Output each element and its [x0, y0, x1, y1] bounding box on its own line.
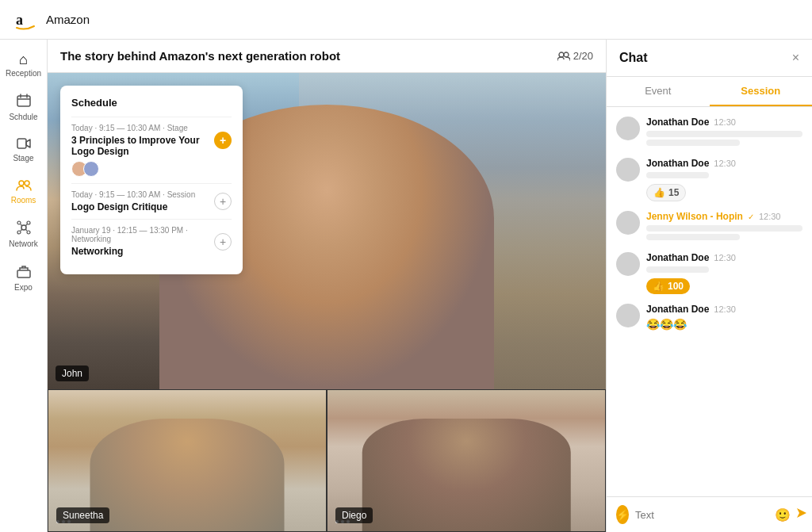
- svg-line-13: [21, 229, 22, 231]
- schedule-add-button-0[interactable]: +: [214, 132, 232, 149]
- schedule-item-0: Today · 9:15 — 10:30 AM · Stage 3 Princi…: [71, 117, 232, 183]
- emoji-picker-button[interactable]: 🙂: [775, 507, 791, 522]
- tab-event[interactable]: Event: [607, 77, 710, 106]
- chat-messages: Jonathan Doe 12:30 Jonathan Doe 12:30: [607, 107, 812, 496]
- chat-msg-line-short: [646, 234, 740, 240]
- schedule-item-name-1: Logo Design Critique: [71, 201, 195, 212]
- schedule-item-name-2: Networking: [71, 246, 214, 257]
- schedule-overlay: Schedule Today · 9:15 — 10:30 AM · Stage…: [60, 86, 243, 274]
- svg-point-8: [27, 221, 30, 224]
- svg-rect-3: [17, 139, 26, 148]
- chat-msg-name-jenny: Jenny Wilson - Hopin: [646, 211, 743, 222]
- video-main-name-badge: John: [56, 366, 89, 381]
- amazon-logo-icon: a: [13, 7, 38, 33]
- chat-msg-time-jenny: 12:30: [759, 212, 781, 221]
- chat-msg-content-2: Jonathan Doe 12:30 👍 100: [646, 252, 802, 294]
- schedule-item-1: Today · 9:15 — 10:30 AM · Session Logo D…: [71, 183, 232, 219]
- emoji-row: 😂😂😂: [646, 318, 802, 331]
- participants-count: 2/20: [573, 50, 593, 62]
- schedule-item-meta-0: Today · 9:15 — 10:30 AM · Stage: [71, 124, 214, 132]
- sidebar-item-label: Expo: [14, 283, 33, 292]
- svg-point-16: [559, 52, 564, 57]
- avatar-1: [83, 161, 99, 177]
- chat-msg-content-1: Jonathan Doe 12:30 👍 15: [646, 158, 802, 201]
- video-tile-name-0: Suneetha: [56, 507, 109, 523]
- svg-rect-2: [17, 96, 30, 106]
- sidebar-item-schedule[interactable]: Schdule: [3, 87, 44, 128]
- avatar-jonathan-2: [616, 158, 640, 182]
- schedule-heading: Schedule: [71, 97, 232, 109]
- avatar-jonathan-4: [616, 304, 640, 327]
- chat-panel: Chat × Event Session Jonathan Doe 12:30: [606, 40, 812, 532]
- chat-msg-name-0: Jonathan Doe: [646, 117, 709, 128]
- avatar-jenny: [616, 211, 640, 235]
- svg-point-5: [25, 181, 29, 186]
- sidebar-item-rooms[interactable]: Rooms: [3, 172, 44, 211]
- schedule-add-button-1[interactable]: +: [214, 193, 232, 210]
- chat-title: Chat: [619, 51, 648, 65]
- lightning-button[interactable]: ⚡: [616, 505, 629, 524]
- rooms-icon: [16, 178, 32, 193]
- chat-msg-time-2: 12:30: [714, 253, 736, 262]
- schedule-add-button-2[interactable]: +: [214, 233, 232, 251]
- chat-message-0: Jonathan Doe 12:30: [616, 117, 802, 148]
- svg-point-7: [17, 221, 21, 224]
- sidebar-item-label: Reception: [6, 69, 41, 78]
- header: a Amazon: [0, 0, 812, 40]
- sidebar: ⌂ Reception Schdule Stage Rooms Networ: [0, 40, 48, 532]
- sidebar-item-network[interactable]: Network: [3, 214, 44, 255]
- chat-msg-name-1: Jonathan Doe: [646, 158, 709, 169]
- main-video-bg: Schedule Today · 9:15 — 10:30 AM · Stage…: [48, 73, 606, 389]
- sidebar-item-label: Stage: [13, 154, 33, 163]
- svg-point-9: [17, 231, 21, 234]
- thumbs-up-orange-icon: 👍: [653, 281, 665, 292]
- svg-point-4: [19, 181, 24, 186]
- participants-icon: [557, 52, 570, 61]
- chat-close-button[interactable]: ×: [792, 51, 799, 65]
- video-area: Schedule Today · 9:15 — 10:30 AM · Stage…: [48, 73, 606, 532]
- video-icon: [17, 137, 31, 151]
- svg-text:a: a: [16, 12, 23, 28]
- lightning-icon: ⚡: [616, 509, 629, 521]
- sidebar-item-stage[interactable]: Stage: [3, 131, 44, 169]
- reaction-badge-like: 👍 15: [646, 184, 686, 201]
- content-area: The story behind Amazon's next generatio…: [48, 40, 606, 532]
- chat-msg-line: [646, 172, 709, 178]
- chat-msg-time-1: 12:30: [714, 159, 736, 168]
- chat-msg-line: [646, 131, 802, 137]
- avatar-jonathan-1: [616, 117, 640, 140]
- send-button[interactable]: [795, 507, 808, 522]
- schedule-item-meta-1: Today · 9:15 — 10:30 AM · Session: [71, 190, 195, 199]
- schedule-item-meta-2: January 19 · 12:15 — 13:30 PM · Networki…: [71, 226, 214, 243]
- header-title: Amazon: [46, 13, 90, 26]
- sidebar-item-expo[interactable]: Expo: [3, 258, 44, 298]
- main-layout: ⌂ Reception Schdule Stage Rooms Networ: [0, 40, 812, 532]
- top-bar: The story behind Amazon's next generatio…: [48, 40, 606, 73]
- chat-message-2: Jonathan Doe 12:30 👍 100: [616, 252, 802, 294]
- chat-msg-line: [646, 266, 709, 273]
- svg-line-12: [25, 224, 27, 226]
- sidebar-item-label: Network: [9, 239, 38, 248]
- svg-line-14: [25, 229, 27, 231]
- chat-msg-content-0: Jonathan Doe 12:30: [646, 117, 802, 148]
- video-tile-0: Suneetha: [48, 389, 327, 532]
- header-logo: a Amazon: [13, 7, 90, 33]
- verified-icon: ✓: [748, 212, 754, 221]
- chat-msg-time-3: 12:30: [714, 304, 736, 314]
- participants-badge: 2/20: [557, 50, 593, 62]
- chat-msg-name-3: Jonathan Doe: [646, 304, 709, 315]
- chat-msg-line-short: [646, 140, 740, 146]
- schedule-item-2: January 19 · 12:15 — 13:30 PM · Networki…: [71, 219, 232, 263]
- chat-message-jenny: Jenny Wilson - Hopin ✓ 12:30: [616, 211, 802, 243]
- session-title: The story behind Amazon's next generatio…: [60, 49, 340, 63]
- chat-tabs: Event Session: [607, 77, 812, 107]
- sidebar-item-reception[interactable]: ⌂ Reception: [3, 46, 44, 84]
- chat-message-3: Jonathan Doe 12:30 😂😂😂: [616, 304, 802, 331]
- video-tile-1: Diego: [327, 389, 606, 532]
- network-icon: [17, 220, 31, 237]
- tab-session[interactable]: Session: [710, 77, 813, 106]
- reaction-badge-orange: 👍 100: [646, 278, 690, 294]
- thumbs-up-icon: 👍: [653, 187, 665, 198]
- video-main: Schedule Today · 9:15 — 10:30 AM · Stage…: [48, 73, 606, 389]
- chat-text-input[interactable]: [635, 509, 768, 521]
